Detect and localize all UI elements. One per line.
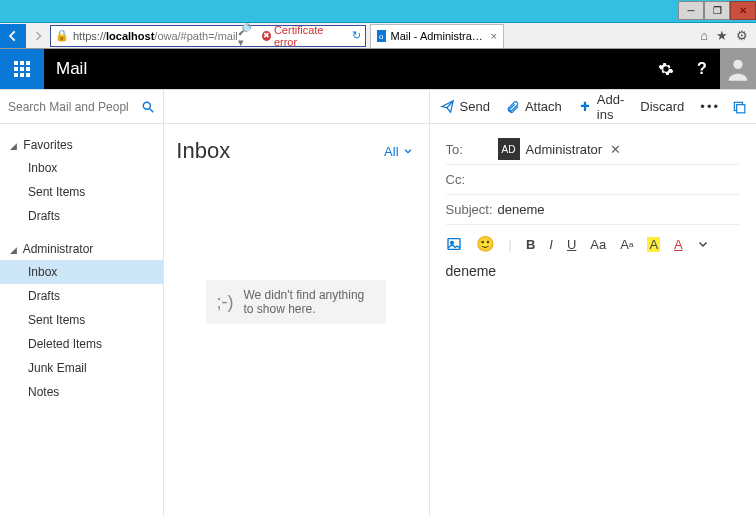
svg-rect-8 <box>26 73 30 77</box>
nav-item-fav-sent[interactable]: Sent Items <box>0 180 163 204</box>
discard-label: Discard <box>640 99 684 114</box>
caret-icon: ◢ <box>10 245 20 255</box>
browser-forward-button[interactable] <box>26 24 50 48</box>
empty-message: We didn't find anything to show here. <box>243 288 376 316</box>
nav-item-fav-inbox[interactable]: Inbox <box>0 156 163 180</box>
cc-label: Cc: <box>446 172 498 187</box>
nav-item-junk[interactable]: Junk Email <box>0 356 163 380</box>
account-label: Administrator <box>23 242 94 256</box>
svg-rect-14 <box>448 239 460 250</box>
addins-icon <box>578 100 592 114</box>
svg-point-9 <box>733 60 742 69</box>
addins-button[interactable]: Add-ins <box>578 92 624 122</box>
tools-icon[interactable]: ⚙ <box>736 28 748 43</box>
window-maximize-button[interactable]: ❐ <box>704 1 730 20</box>
favorites-label: Favorites <box>23 138 72 152</box>
help-button[interactable]: ? <box>684 49 720 89</box>
nav-item-drafts[interactable]: Drafts <box>0 284 163 308</box>
svg-rect-2 <box>26 61 30 65</box>
app-bar: Mail ? <box>0 49 756 89</box>
to-field-row[interactable]: To: AD Administrator ✕ <box>446 134 740 165</box>
search-bar[interactable] <box>0 90 163 124</box>
url-field[interactable]: 🔒 https:// localhost /owa/#path=/mail 🔎 … <box>50 25 366 47</box>
svg-rect-6 <box>14 73 18 77</box>
browser-address-bar: 🔒 https:// localhost /owa/#path=/mail 🔎 … <box>0 23 756 49</box>
window-minimize-button[interactable]: ─ <box>678 1 704 20</box>
nav-item-fav-drafts[interactable]: Drafts <box>0 204 163 228</box>
svg-point-15 <box>450 241 453 244</box>
italic-button[interactable]: I <box>549 237 553 252</box>
url-path: /owa/#path=/mail <box>154 30 237 42</box>
recipient-avatar: AD <box>498 138 520 160</box>
folder-nav: ◢ Favorites Inbox Sent Items Drafts ◢ Ad… <box>0 90 164 516</box>
case-button[interactable]: Aa <box>590 237 606 252</box>
attach-button[interactable]: Attach <box>506 99 562 114</box>
attach-label: Attach <box>525 99 562 114</box>
svg-rect-0 <box>14 61 18 65</box>
refresh-icon[interactable]: ↻ <box>352 29 361 42</box>
browser-tab[interactable]: o Mail - Administrator - Outl... × <box>370 24 504 48</box>
svg-rect-1 <box>20 61 24 65</box>
send-label: Send <box>460 99 490 114</box>
subject-label: Subject: <box>446 202 498 217</box>
underline-button[interactable]: U <box>567 237 576 252</box>
recipient-remove-icon[interactable]: ✕ <box>610 142 621 157</box>
svg-rect-4 <box>20 67 24 71</box>
favorites-header[interactable]: ◢ Favorites <box>0 134 163 156</box>
app-name: Mail <box>56 59 87 79</box>
insert-image-button[interactable] <box>446 236 462 252</box>
nav-item-notes[interactable]: Notes <box>0 380 163 404</box>
user-avatar[interactable] <box>720 49 756 89</box>
outlook-favicon: o <box>377 30 386 42</box>
app-launcher-button[interactable] <box>0 49 44 89</box>
format-toolbar: 🙂 | B I U Aa Aa A A <box>446 225 740 261</box>
compose-toolbar: Send Attach Add-ins Discard ••• <box>430 90 756 124</box>
nav-item-inbox[interactable]: Inbox <box>0 260 163 284</box>
font-color-button[interactable]: A <box>674 237 683 252</box>
empty-face-icon: ;-) <box>216 292 233 313</box>
filter-label: All <box>384 144 398 159</box>
tab-close-icon[interactable]: × <box>491 30 497 42</box>
chevron-down-icon <box>403 146 413 156</box>
nav-item-deleted[interactable]: Deleted Items <box>0 332 163 356</box>
account-header[interactable]: ◢ Administrator <box>0 238 163 260</box>
font-size-button[interactable]: Aa <box>620 237 633 252</box>
format-more-button[interactable] <box>697 238 709 250</box>
svg-line-11 <box>150 108 154 112</box>
bold-button[interactable]: B <box>526 237 535 252</box>
addins-label: Add-ins <box>597 92 624 122</box>
svg-rect-3 <box>14 67 18 71</box>
mid-toolbar-spacer <box>164 90 428 124</box>
popout-button[interactable] <box>732 100 746 114</box>
emoji-button[interactable]: 🙂 <box>476 235 495 253</box>
subject-row[interactable]: Subject: <box>446 195 740 225</box>
search-input[interactable] <box>8 100 128 114</box>
settings-button[interactable] <box>648 49 684 89</box>
send-button[interactable]: Send <box>440 99 490 114</box>
nav-item-sent[interactable]: Sent Items <box>0 308 163 332</box>
svg-rect-13 <box>737 104 745 112</box>
certificate-error[interactable]: 🔎 ▾ ✖ Certificate error ↻ <box>238 23 361 49</box>
more-actions-button[interactable]: ••• <box>700 99 720 114</box>
main-region: ◢ Favorites Inbox Sent Items Drafts ◢ Ad… <box>0 89 756 516</box>
svg-rect-5 <box>26 67 30 71</box>
subject-input[interactable] <box>498 202 666 217</box>
highlight-button[interactable]: A <box>647 237 660 252</box>
svg-rect-7 <box>20 73 24 77</box>
home-icon[interactable]: ⌂ <box>700 28 708 43</box>
discard-button[interactable]: Discard <box>640 99 684 114</box>
message-body[interactable]: deneme <box>446 261 740 279</box>
lock-icon: 🔒 <box>55 29 69 42</box>
inbox-title: Inbox <box>176 138 230 164</box>
cc-field-row[interactable]: Cc: <box>446 165 740 195</box>
message-list-pane: Inbox All ;-) We didn't find anything to… <box>164 90 429 516</box>
search-icon[interactable] <box>141 100 155 114</box>
window-close-button[interactable]: ✕ <box>730 1 756 20</box>
caret-icon: ◢ <box>10 141 20 151</box>
inbox-filter[interactable]: All <box>384 144 412 159</box>
recipient-name: Administrator <box>526 142 603 157</box>
favorites-icon[interactable]: ★ <box>716 28 728 43</box>
compose-pane: Send Attach Add-ins Discard ••• <box>430 90 756 516</box>
browser-back-button[interactable] <box>0 24 26 48</box>
svg-point-10 <box>144 102 151 109</box>
